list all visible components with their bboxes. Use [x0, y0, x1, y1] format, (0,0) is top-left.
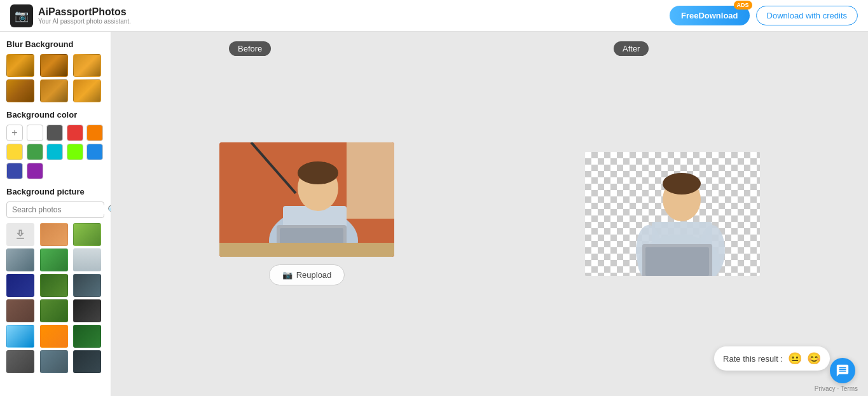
- color-swatch-dark[interactable]: [46, 125, 63, 141]
- color-swatch-teal[interactable]: [46, 144, 63, 160]
- color-swatch-indigo[interactable]: [6, 163, 23, 179]
- photo-thumb-sky[interactable]: [6, 325, 34, 348]
- rate-result-label: Rate this result :: [723, 354, 783, 364]
- reupload-icon: 📷: [282, 270, 293, 280]
- rate-result-widget: Rate this result : 😐 😊: [714, 346, 830, 371]
- svg-rect-1: [347, 142, 394, 219]
- color-swatch-orange[interactable]: [86, 125, 103, 141]
- photo-thumb-grid: [6, 223, 104, 373]
- blur-thumb-6[interactable]: [73, 79, 101, 102]
- ads-badge: ADS: [734, 1, 752, 10]
- chat-bubble-button[interactable]: [830, 358, 855, 383]
- photo-thumb-road[interactable]: [40, 350, 68, 373]
- after-panel: [585, 152, 760, 276]
- free-download-button[interactable]: FreeDownload ADS: [670, 6, 750, 25]
- photo-thumb-forest2[interactable]: [73, 274, 101, 297]
- blur-thumb-5[interactable]: [40, 79, 68, 102]
- rate-happy-emoji[interactable]: 😊: [807, 352, 821, 365]
- photo-thumb-sunset[interactable]: [40, 223, 68, 246]
- search-box: 🔍: [6, 201, 104, 218]
- color-swatch-green[interactable]: [27, 144, 43, 160]
- svg-rect-9: [219, 243, 394, 257]
- header-buttons: FreeDownload ADS Download with credits: [670, 6, 858, 25]
- before-panel: 📷 Reupload: [219, 142, 394, 285]
- logo-area: 📷 AiPassportPhotos Your AI passport phot…: [10, 4, 131, 27]
- photo-thumb-trees2[interactable]: [40, 274, 68, 297]
- sidebar: Blur Background Background color + Backg…: [0, 32, 111, 396]
- photo-thumb-forest3[interactable]: [73, 325, 101, 348]
- background-color-title: Background color: [6, 110, 104, 119]
- photo-thumb-dark1[interactable]: [6, 350, 34, 373]
- photo-thumb-green2[interactable]: [40, 299, 68, 322]
- color-swatch-grid: +: [6, 125, 104, 179]
- header: 📷 AiPassportPhotos Your AI passport phot…: [0, 0, 868, 32]
- original-photo: [219, 142, 394, 257]
- photo-thumb-upload[interactable]: [6, 223, 34, 246]
- color-swatch-add[interactable]: +: [6, 125, 23, 141]
- blur-background-title: Blur Background: [6, 39, 104, 49]
- svg-rect-21: [645, 247, 709, 276]
- color-swatch-blue[interactable]: [86, 144, 103, 160]
- search-input[interactable]: [12, 205, 107, 214]
- blur-thumb-grid: [6, 54, 104, 102]
- photo-thumb-dark-forest[interactable]: [73, 299, 101, 322]
- color-swatch-purple[interactable]: [27, 163, 43, 179]
- background-picture-title: Background picture: [6, 187, 104, 196]
- photo-person-bg: [219, 142, 394, 257]
- logo-text-area: AiPassportPhotos Your AI passport photo …: [38, 6, 131, 25]
- privacy-terms: Privacy · Terms: [815, 385, 858, 392]
- photo-thumb-forest[interactable]: [40, 249, 68, 271]
- photo-thumb-tree[interactable]: [73, 223, 101, 246]
- before-label: Before: [229, 41, 271, 56]
- logo-icon: 📷: [10, 4, 33, 27]
- blur-thumb-2[interactable]: [40, 54, 68, 77]
- photo-thumb-sunset2[interactable]: [40, 325, 68, 348]
- download-credits-button[interactable]: Download with credits: [756, 6, 858, 25]
- svg-point-5: [298, 161, 338, 184]
- photo-thumb-night[interactable]: [6, 274, 34, 297]
- photo-thumb-indoor[interactable]: [73, 249, 101, 271]
- color-swatch-lime[interactable]: [67, 144, 83, 160]
- photo-thumb-forest4[interactable]: [73, 350, 101, 373]
- reupload-button[interactable]: 📷 Reupload: [269, 264, 345, 285]
- content-area: Before After: [111, 32, 868, 396]
- logo-title: AiPassportPhotos: [38, 6, 131, 18]
- after-label: After: [614, 41, 649, 56]
- svg-point-17: [663, 173, 701, 195]
- rate-neutral-emoji[interactable]: 😐: [788, 352, 802, 365]
- photo-thumb-brown[interactable]: [6, 299, 34, 322]
- blur-thumb-4[interactable]: [6, 79, 34, 102]
- color-swatch-yellow[interactable]: [6, 144, 23, 160]
- photo-thumb-mountain[interactable]: [6, 249, 34, 271]
- color-swatch-white[interactable]: [27, 125, 43, 141]
- main-layout: Blur Background Background color + Backg…: [0, 32, 868, 396]
- logo-subtitle: Your AI passport photo assistant.: [38, 18, 131, 25]
- color-swatch-red[interactable]: [67, 125, 83, 141]
- blur-thumb-1[interactable]: [6, 54, 34, 77]
- processed-photo: [585, 152, 760, 276]
- blur-thumb-3[interactable]: [73, 54, 101, 77]
